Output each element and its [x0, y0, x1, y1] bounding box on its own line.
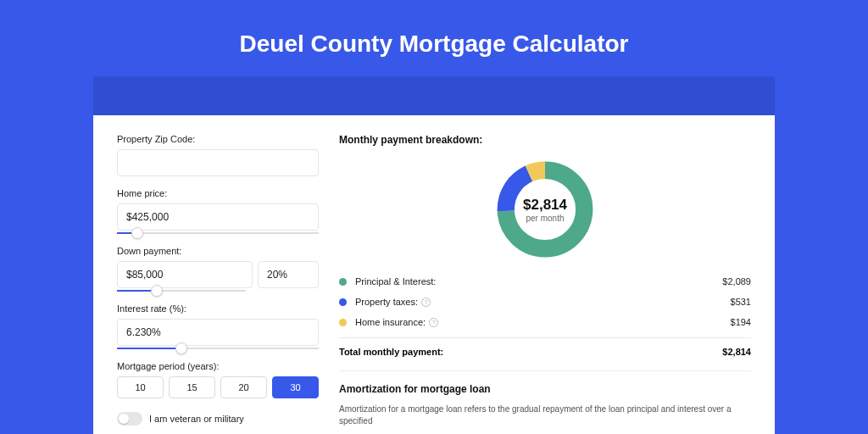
down-payment-label: Down payment:: [117, 246, 319, 256]
period-block: Mortgage period (years): 10152030: [117, 361, 319, 398]
period-btn-15[interactable]: 15: [169, 376, 215, 398]
header-stripe: [93, 76, 775, 115]
amortization-section: Amortization for mortgage loan Amortizat…: [339, 370, 751, 427]
donut-chart: $2,814 per month: [493, 158, 597, 261]
home-price-slider[interactable]: [117, 232, 319, 234]
info-icon[interactable]: ?: [421, 298, 431, 307]
period-btn-10[interactable]: 10: [117, 376, 164, 398]
legend-label: Principal & Interest:: [355, 276, 722, 287]
home-price-label: Home price:: [117, 188, 319, 198]
legend-dot-icon: [339, 319, 347, 326]
zip-input[interactable]: [117, 149, 319, 176]
amortization-title: Amortization for mortgage loan: [339, 383, 751, 395]
legend-value: $194: [731, 317, 751, 327]
interest-rate-label: Interest rate (%):: [117, 303, 319, 314]
donut-sub: per month: [526, 214, 564, 223]
period-label: Mortgage period (years):: [117, 361, 319, 371]
total-value: $2,814: [722, 347, 751, 357]
veteran-label: I am veteran or military: [149, 414, 244, 424]
home-price-block: Home price:: [117, 188, 319, 234]
page-title: Deuel County Mortgage Calculator: [0, 0, 868, 76]
donut-chart-wrap: $2,814 per month: [339, 158, 751, 261]
down-payment-slider[interactable]: [117, 290, 246, 292]
interest-rate-input[interactable]: [117, 319, 319, 346]
total-row: Total monthly payment: $2,814: [339, 337, 751, 357]
zip-field-block: Property Zip Code:: [117, 134, 319, 176]
legend-dot-icon: [339, 298, 347, 306]
calculator-card: Property Zip Code: Home price: Down paym…: [93, 115, 775, 434]
legend-row: Property taxes: ?$531: [339, 297, 751, 307]
breakdown-title: Monthly payment breakdown:: [339, 134, 751, 146]
donut-amount: $2,814: [523, 197, 567, 214]
legend-dot-icon: [339, 278, 347, 286]
period-btn-20[interactable]: 20: [220, 376, 267, 398]
veteran-toggle[interactable]: [117, 412, 142, 426]
legend: Principal & Interest:$2,089Property taxe…: [339, 276, 751, 327]
slider-handle[interactable]: [151, 285, 163, 297]
period-btn-30[interactable]: 30: [272, 376, 319, 398]
legend-value: $531: [731, 297, 751, 307]
legend-value: $2,089: [722, 276, 751, 287]
home-price-input[interactable]: [117, 203, 319, 231]
slider-handle[interactable]: [131, 227, 143, 239]
breakdown-panel: Monthly payment breakdown: $2,814 per mo…: [339, 134, 751, 434]
total-label: Total monthly payment:: [339, 347, 722, 357]
legend-label: Home insurance: ?: [355, 317, 731, 327]
slider-handle[interactable]: [175, 342, 187, 354]
zip-label: Property Zip Code:: [117, 134, 319, 144]
down-payment-pct-input[interactable]: [258, 261, 319, 288]
donut-center: $2,814 per month: [493, 158, 597, 261]
amortization-text: Amortization for a mortgage loan refers …: [339, 403, 751, 427]
interest-rate-slider[interactable]: [117, 348, 319, 349]
legend-row: Principal & Interest:$2,089: [339, 276, 751, 287]
interest-rate-block: Interest rate (%):: [117, 303, 319, 349]
form-panel: Property Zip Code: Home price: Down paym…: [117, 134, 319, 434]
legend-label: Property taxes: ?: [355, 297, 731, 307]
veteran-row: I am veteran or military: [117, 412, 319, 426]
down-payment-input[interactable]: [117, 261, 253, 288]
info-icon[interactable]: ?: [429, 318, 438, 327]
down-payment-block: Down payment:: [117, 246, 319, 292]
legend-row: Home insurance: ?$194: [339, 317, 751, 327]
